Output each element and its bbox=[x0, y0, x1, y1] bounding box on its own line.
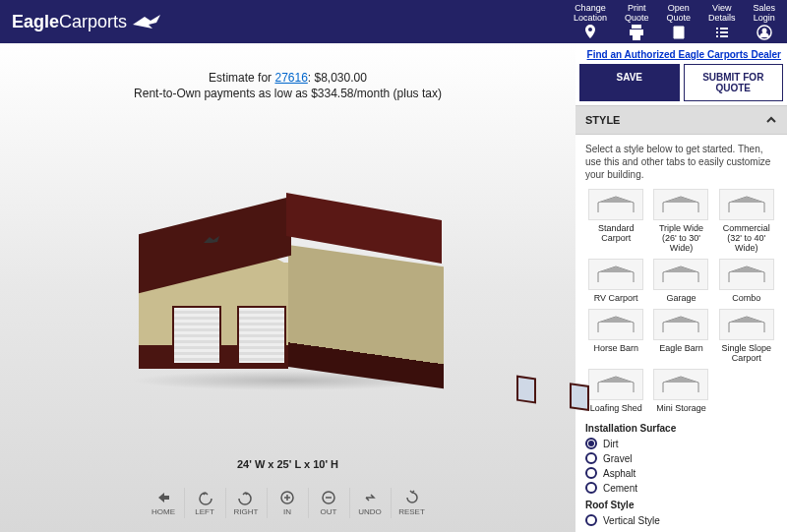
style-thumb bbox=[719, 259, 774, 290]
style-tile[interactable]: Combo bbox=[716, 259, 777, 303]
print-icon bbox=[629, 25, 644, 40]
style-thumb bbox=[588, 369, 643, 400]
style-thumb bbox=[719, 309, 774, 340]
home-icon bbox=[155, 490, 171, 505]
viewer-pane: Estimate for 27616: $8,030.00 Rent-to-Ow… bbox=[0, 43, 575, 532]
radio-icon bbox=[585, 514, 597, 526]
radio-icon bbox=[585, 467, 597, 479]
user-icon bbox=[757, 25, 772, 40]
app-header: EagleCarports ChangeLocationPrintQuoteOp… bbox=[0, 0, 787, 43]
style-tile[interactable]: Standard Carport bbox=[585, 189, 646, 253]
style-tile[interactable]: Commercial (32' to 40' Wide) bbox=[716, 189, 777, 253]
out-button[interactable]: OUT bbox=[309, 488, 350, 518]
style-tile[interactable]: RV Carport bbox=[585, 259, 646, 303]
style-thumb bbox=[588, 309, 643, 340]
style-accordion-header[interactable]: STYLE bbox=[575, 105, 787, 135]
dimensions-label: 24' W x 25' L x 10' H bbox=[0, 458, 575, 470]
header-pin-button[interactable]: ChangeLocation bbox=[574, 3, 607, 40]
roof-eagle-icon bbox=[202, 233, 225, 247]
reset-button[interactable]: RESET bbox=[392, 488, 433, 518]
left-icon bbox=[197, 490, 212, 505]
submit-quote-button[interactable]: SUBMIT FOR QUOTE bbox=[684, 64, 784, 101]
style-thumb bbox=[653, 259, 708, 290]
save-button[interactable]: SAVE bbox=[579, 64, 680, 101]
surface-heading: Installation Surface bbox=[585, 423, 777, 434]
style-thumb bbox=[653, 309, 708, 340]
style-tile[interactable]: Single Slope Carport bbox=[716, 309, 777, 363]
eagle-icon bbox=[131, 11, 164, 32]
in-button[interactable]: IN bbox=[268, 488, 309, 518]
list-icon bbox=[714, 25, 730, 40]
header-list-button[interactable]: ViewDetails bbox=[708, 3, 736, 40]
style-thumb bbox=[588, 189, 643, 220]
chevron-up-icon bbox=[765, 114, 777, 126]
undo-button[interactable]: UNDO bbox=[350, 488, 392, 518]
header-user-button[interactable]: SalesLogin bbox=[753, 3, 775, 40]
style-thumb bbox=[719, 189, 774, 220]
style-thumb bbox=[653, 369, 708, 400]
radio-icon bbox=[585, 438, 597, 449]
style-tile[interactable]: Garage bbox=[650, 259, 711, 303]
svg-point-1 bbox=[761, 29, 766, 33]
header-print-button[interactable]: PrintQuote bbox=[625, 3, 649, 40]
right-icon bbox=[238, 490, 254, 505]
header-open-button[interactable]: OpenQuote bbox=[666, 3, 691, 40]
radio-gravel[interactable]: Gravel bbox=[585, 452, 777, 464]
style-thumb bbox=[588, 259, 643, 290]
pin-icon bbox=[582, 25, 598, 40]
style-hint: Select a style below to get started. The… bbox=[585, 143, 777, 181]
brand-bold: Eagle bbox=[12, 12, 59, 31]
radio-asphalt[interactable]: Asphalt bbox=[585, 467, 777, 479]
out-icon bbox=[321, 490, 336, 505]
roof-heading: Roof Style bbox=[585, 500, 777, 510]
style-thumb bbox=[653, 189, 708, 220]
style-tile[interactable]: Mini Storage bbox=[650, 369, 711, 413]
in-icon bbox=[279, 490, 295, 505]
brand-logo: EagleCarports bbox=[12, 11, 164, 32]
open-icon bbox=[671, 25, 687, 40]
rto-line: Rent-to-Own payments as low as $334.58/m… bbox=[0, 87, 575, 100]
config-panel: Find an Authorized Eagle Carports Dealer… bbox=[575, 43, 787, 532]
dealer-link[interactable]: Find an Authorized Eagle Carports Dealer bbox=[587, 49, 781, 60]
brand-rest: Carports bbox=[59, 12, 127, 31]
3d-render[interactable] bbox=[0, 100, 575, 458]
reset-icon bbox=[404, 490, 420, 505]
radio-cement[interactable]: Cement bbox=[585, 482, 777, 494]
radio-icon bbox=[585, 482, 597, 494]
left-button[interactable]: LEFT bbox=[185, 488, 226, 518]
home-button[interactable]: HOME bbox=[144, 488, 185, 518]
style-grid: Standard CarportTriple Wide (26' to 30' … bbox=[585, 189, 777, 413]
radio-icon bbox=[585, 452, 597, 464]
style-tile[interactable]: Triple Wide (26' to 30' Wide) bbox=[650, 189, 711, 253]
right-button[interactable]: RIGHT bbox=[226, 488, 268, 518]
estimate-line: Estimate for 27616: $8,030.00 bbox=[0, 71, 575, 85]
undo-icon bbox=[362, 490, 378, 505]
style-tile[interactable]: Eagle Barn bbox=[650, 309, 711, 363]
style-tile[interactable]: Horse Barn bbox=[585, 309, 646, 363]
radio-vertical-style[interactable]: Vertical Style bbox=[585, 514, 777, 526]
header-actions: ChangeLocationPrintQuoteOpenQuoteViewDet… bbox=[574, 3, 775, 40]
radio-dirt[interactable]: Dirt bbox=[585, 438, 777, 449]
zip-link[interactable]: 27616 bbox=[274, 71, 307, 85]
style-tile[interactable]: Loafing Shed bbox=[585, 369, 646, 413]
view-controls: HOMELEFTRIGHTINOUTUNDORESET bbox=[0, 480, 575, 532]
